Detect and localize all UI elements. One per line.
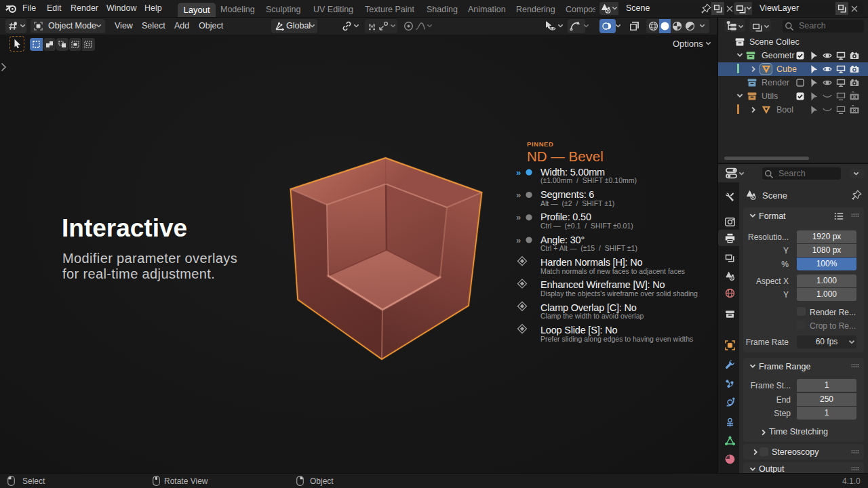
svg-text:»: »: [516, 167, 521, 178]
svg-text:»: »: [516, 235, 521, 245]
svg-text:»: »: [516, 212, 521, 222]
svg-text:»: »: [516, 190, 521, 200]
